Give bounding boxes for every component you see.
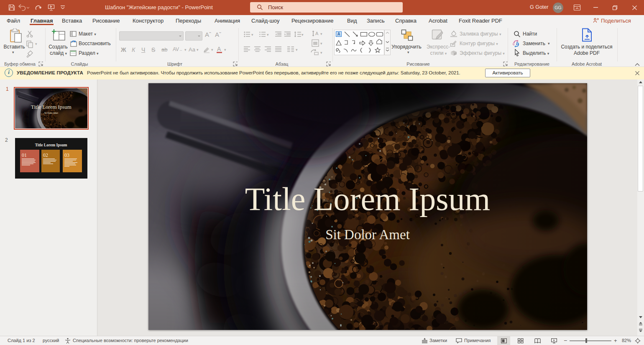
svg-text:02: 02 bbox=[43, 152, 48, 158]
svg-text:A: A bbox=[337, 32, 340, 36]
svg-text:01: 01 bbox=[22, 152, 27, 158]
svg-text:Title Lorem Ipsum: Title Lorem Ipsum bbox=[35, 143, 67, 147]
svg-text:03: 03 bbox=[64, 152, 69, 158]
svg-text:c: c bbox=[513, 41, 515, 46]
svg-text:A: A bbox=[315, 31, 319, 36]
